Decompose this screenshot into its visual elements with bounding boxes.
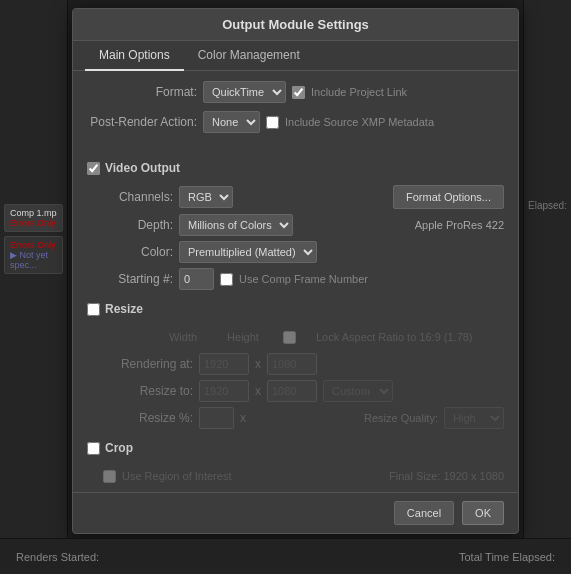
depth-select[interactable]: Millions of Colors <box>179 214 293 236</box>
bottom-bar: Renders Started: Total Time Elapsed: <box>0 538 571 574</box>
elapsed-label: Elapsed: <box>528 200 567 211</box>
video-output-content: Channels: RGB Format Options... Depth: M… <box>87 185 504 290</box>
resize-to-w-input[interactable] <box>199 380 249 402</box>
crop-header: Crop <box>87 441 504 455</box>
post-render-label: Post-Render Action: <box>87 115 197 129</box>
depth-label: Depth: <box>103 218 173 232</box>
resize-content: Width Height Lock Aspect Ratio to 16:9 (… <box>87 326 504 429</box>
width-col-label: Width <box>163 331 203 343</box>
renders-started-section: Renders Started: <box>16 551 99 563</box>
resize-to-row: Resize to: x Custom <box>103 380 504 402</box>
starting-num-row: Starting #: Use Comp Frame Number <box>103 268 504 290</box>
side-panel: Comp 1.mp4 Errors Only Errors Only ▶ Not… <box>0 0 68 574</box>
resize-to-label: Resize to: <box>103 384 193 398</box>
dialog-body: Format: QuickTime Include Project Link P… <box>73 71 518 492</box>
use-region-checkbox[interactable] <box>103 470 116 483</box>
rendering-at-w-input <box>199 353 249 375</box>
rendering-at-row: Rendering at: x <box>103 353 504 375</box>
starting-num-input[interactable] <box>179 268 214 290</box>
format-select[interactable]: QuickTime <box>203 81 286 103</box>
resize-header: Resize <box>87 302 504 316</box>
channels-row: Channels: RGB Format Options... <box>103 185 504 209</box>
resize-quality-label: Resize Quality: <box>364 412 438 424</box>
lock-aspect-checkbox[interactable] <box>283 331 296 344</box>
use-comp-frame-checkbox[interactable] <box>220 273 233 286</box>
use-comp-frame-label: Use Comp Frame Number <box>239 273 368 285</box>
use-region-label: Use Region of Interest <box>122 470 231 482</box>
total-time-section: Total Time Elapsed: <box>459 551 555 563</box>
post-render-row: Post-Render Action: None Include Source … <box>87 111 504 133</box>
dialog-footer: Cancel OK <box>73 492 518 533</box>
dialog-title: Output Module Settings <box>73 9 518 41</box>
sidebar-item-1[interactable]: Comp 1.mp4 Errors Only <box>4 204 63 232</box>
resize-quality-select[interactable]: High <box>444 407 504 429</box>
format-options-button[interactable]: Format Options... <box>393 185 504 209</box>
sidebar-item-2[interactable]: Errors Only ▶ Not yet spec... <box>4 236 63 274</box>
channels-label: Channels: <box>103 190 173 204</box>
output-module-dialog: Output Module Settings Main Options Colo… <box>72 8 519 534</box>
include-project-link-label: Include Project Link <box>311 86 407 98</box>
crop-label: Crop <box>105 441 133 455</box>
video-output-checkbox[interactable] <box>87 162 100 175</box>
format-row: Format: QuickTime Include Project Link <box>87 81 504 103</box>
video-output-label: Video Output <box>105 161 180 175</box>
rendering-at-h-input <box>267 353 317 375</box>
resize-pct-w-input[interactable] <box>199 407 234 429</box>
resize-pct-label: Resize %: <box>103 411 193 425</box>
channels-select[interactable]: RGB <box>179 186 233 208</box>
ok-button[interactable]: OK <box>462 501 504 525</box>
lock-aspect-label: Lock Aspect Ratio to 16:9 (1.78) <box>316 331 473 343</box>
renders-started-label: Renders Started: <box>16 551 99 563</box>
post-render-select[interactable]: None <box>203 111 260 133</box>
video-output-header: Video Output <box>87 161 504 175</box>
final-size-label: Final Size: 1920 x 1080 <box>389 470 504 482</box>
format-label: Format: <box>87 85 197 99</box>
right-panel: Elapsed: <box>523 0 571 574</box>
resize-checkbox[interactable] <box>87 303 100 316</box>
include-source-xmp-label: Include Source XMP Metadata <box>285 116 434 128</box>
resize-label: Resize <box>105 302 143 316</box>
resize-pct-row: Resize %: x Resize Quality: High <box>103 407 504 429</box>
codec-label: Apple ProRes 422 <box>415 219 504 231</box>
crop-checkbox[interactable] <box>87 442 100 455</box>
dialog-tabs: Main Options Color Management <box>73 41 518 71</box>
resize-to-h-input[interactable] <box>267 380 317 402</box>
tab-main-options[interactable]: Main Options <box>85 41 184 71</box>
include-source-xmp-checkbox[interactable] <box>266 116 279 129</box>
resize-to-preset-select[interactable]: Custom <box>323 380 393 402</box>
cancel-button[interactable]: Cancel <box>394 501 454 525</box>
total-time-label: Total Time Elapsed: <box>459 551 555 563</box>
rendering-at-label: Rendering at: <box>103 357 193 371</box>
height-col-label: Height <box>223 331 263 343</box>
crop-content: Use Region of Interest Final Size: 1920 … <box>87 465 504 492</box>
color-select[interactable]: Premultiplied (Matted) <box>179 241 317 263</box>
wh-header-row: Width Height Lock Aspect Ratio to 16:9 (… <box>103 326 504 348</box>
starting-num-label: Starting #: <box>103 272 173 286</box>
include-project-link-checkbox[interactable] <box>292 86 305 99</box>
color-label: Color: <box>103 245 173 259</box>
depth-row: Depth: Millions of Colors Apple ProRes 4… <box>103 214 504 236</box>
tab-color-management[interactable]: Color Management <box>184 41 314 71</box>
crop-roi-row: Use Region of Interest Final Size: 1920 … <box>103 465 504 487</box>
color-row: Color: Premultiplied (Matted) <box>103 241 504 263</box>
